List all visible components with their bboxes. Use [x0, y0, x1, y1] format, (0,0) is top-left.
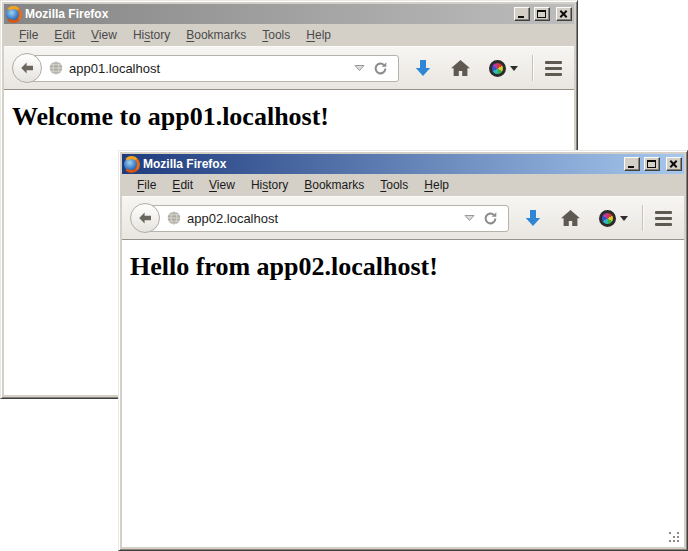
menu-help[interactable]: Help — [417, 176, 456, 194]
window-title: Mozilla Firefox — [25, 7, 510, 21]
menu-view[interactable]: View — [84, 26, 124, 44]
toolbar-icons — [525, 205, 672, 231]
maximize-icon — [647, 160, 656, 168]
hamburger-icon — [655, 211, 672, 214]
desktop: Mozilla Firefox File Edit View History B… — [0, 0, 688, 551]
menu-view[interactable]: View — [202, 176, 242, 194]
firefox-icon — [6, 7, 21, 22]
back-button[interactable] — [12, 53, 42, 83]
home-icon — [451, 60, 470, 76]
maximize-button[interactable] — [644, 157, 660, 171]
maximize-icon — [537, 10, 546, 18]
downloads-button[interactable] — [525, 209, 541, 227]
site-identity-globe-icon[interactable] — [49, 61, 63, 75]
menu-bar: File Edit View History Bookmarks Tools H… — [122, 174, 684, 196]
hamburger-icon — [545, 61, 562, 64]
toolbar-icons — [415, 55, 562, 81]
home-icon — [561, 210, 580, 226]
page-heading: Welcome to app01.localhost! — [12, 102, 574, 132]
menu-file[interactable]: File — [130, 176, 163, 194]
url-text: app02.localhost — [187, 211, 460, 226]
menu-panel-button[interactable] — [545, 61, 562, 76]
site-identity-globe-icon[interactable] — [167, 211, 181, 225]
minimize-icon — [518, 16, 524, 18]
menu-edit[interactable]: Edit — [165, 176, 200, 194]
navigation-toolbar: app01.localhost — [4, 46, 574, 90]
minimize-icon — [628, 166, 634, 168]
menu-tools[interactable]: Tools — [373, 176, 415, 194]
menu-bookmarks[interactable]: Bookmarks — [179, 26, 253, 44]
menu-file[interactable]: File — [12, 26, 45, 44]
download-arrow-icon — [415, 59, 431, 77]
back-arrow-icon — [19, 60, 35, 76]
url-input[interactable]: app02.localhost — [144, 205, 509, 232]
urlbar-dropdown-icon[interactable] — [350, 64, 369, 72]
page-heading: Hello from app02.localhost! — [130, 252, 684, 282]
maximize-button[interactable] — [534, 7, 550, 21]
color-wheel-icon — [489, 60, 506, 77]
back-button[interactable] — [130, 203, 160, 233]
menu-edit[interactable]: Edit — [47, 26, 82, 44]
toolbar-separator — [642, 205, 643, 231]
urlbar-dropdown-icon[interactable] — [460, 214, 479, 222]
close-button[interactable] — [666, 157, 682, 171]
menu-panel-button[interactable] — [655, 211, 672, 226]
firefox-icon — [124, 157, 139, 172]
menu-tools[interactable]: Tools — [255, 26, 297, 44]
reload-icon[interactable] — [479, 211, 502, 226]
menu-help[interactable]: Help — [299, 26, 338, 44]
chevron-down-icon — [620, 216, 628, 221]
toolbar-separator — [532, 55, 533, 81]
titlebar[interactable]: Mozilla Firefox — [122, 154, 684, 174]
menu-history[interactable]: History — [126, 26, 177, 44]
window-title: Mozilla Firefox — [143, 157, 620, 171]
menu-bar: File Edit View History Bookmarks Tools H… — [4, 24, 574, 46]
menu-history[interactable]: History — [244, 176, 295, 194]
page-content-app02: Hello from app02.localhost! — [122, 240, 684, 547]
titlebar[interactable]: Mozilla Firefox — [4, 4, 574, 24]
reload-icon[interactable] — [369, 61, 392, 76]
download-arrow-icon — [525, 209, 541, 227]
firefox-window-app02: Mozilla Firefox File Edit View History B… — [118, 150, 688, 551]
url-text: app01.localhost — [69, 61, 350, 76]
menu-bookmarks[interactable]: Bookmarks — [297, 176, 371, 194]
minimize-button[interactable] — [624, 157, 640, 171]
resize-grip[interactable] — [668, 531, 681, 544]
downloads-button[interactable] — [415, 59, 431, 77]
minimize-button[interactable] — [514, 7, 530, 21]
addon-button[interactable] — [489, 60, 518, 77]
navigation-toolbar: app02.localhost — [122, 196, 684, 240]
close-button[interactable] — [556, 7, 572, 21]
addon-button[interactable] — [599, 210, 628, 227]
back-arrow-icon — [137, 210, 153, 226]
home-button[interactable] — [451, 60, 470, 76]
chevron-down-icon — [510, 66, 518, 71]
color-wheel-icon — [599, 210, 616, 227]
home-button[interactable] — [561, 210, 580, 226]
url-input[interactable]: app01.localhost — [26, 55, 399, 82]
